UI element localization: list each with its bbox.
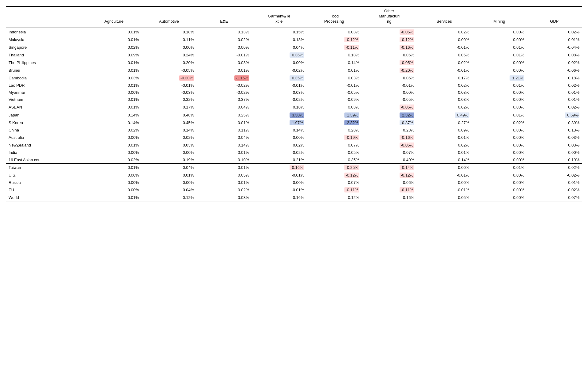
- cell-fp: 0.08%: [307, 28, 362, 36]
- cell-ag: 0.01%: [86, 59, 142, 67]
- table-row: Malaysia0.01%0.11%0.02%0.13%0.12%-0.12%0…: [6, 36, 582, 44]
- country-name: Malaysia: [6, 36, 86, 44]
- header-ee: E&E: [196, 6, 252, 27]
- cell-mining: 0.00%: [472, 194, 527, 201]
- cell-ag: 0.01%: [86, 36, 142, 44]
- cell-auto: 0.00%: [142, 179, 197, 186]
- cell-gdp: -0.01%: [527, 36, 582, 44]
- cell-gt: -0.02%: [252, 149, 307, 156]
- cell-auto: 0.17%: [142, 103, 197, 111]
- cell-gt: 0.16%: [252, 103, 307, 111]
- cell-ag: 0.00%: [86, 149, 142, 156]
- cell-gt: 0.16%: [252, 194, 307, 201]
- cell-gdp: -0.01%: [527, 179, 582, 186]
- cell-svc: 0.49%: [417, 111, 472, 119]
- cell-gt: -0.02%: [252, 96, 307, 103]
- cell-ee: 0.01%: [196, 163, 252, 171]
- table-row: U.S.0.00%0.01%0.05%-0.01%-0.12%-0.12%-0.…: [6, 171, 582, 179]
- cell-fp: -0.19%: [307, 134, 362, 141]
- cell-om: -0.12%: [362, 36, 417, 44]
- data-table: Agriculture Automotive E&E Garment&Texti…: [6, 6, 582, 201]
- cell-gt: -0.01%: [252, 186, 307, 194]
- cell-mining: 0.00%: [472, 156, 527, 163]
- country-name: Myanmar: [6, 89, 86, 96]
- table-row: Australia0.00%0.02%0.04%0.00%-0.19%-0.16…: [6, 134, 582, 141]
- cell-om: 2.32%: [362, 111, 417, 119]
- cell-om: -0.06%: [362, 179, 417, 186]
- cell-om: -0.07%: [362, 149, 417, 156]
- cell-gdp: 0.69%: [527, 111, 582, 119]
- cell-auto: 0.20%: [142, 59, 197, 67]
- country-name: EU: [6, 186, 86, 194]
- cell-ag: 0.01%: [86, 67, 142, 74]
- cell-svc: 0.03%: [417, 96, 472, 103]
- cell-mining: 0.00%: [472, 186, 527, 194]
- cell-auto: -0.30%: [142, 74, 197, 82]
- country-name: Russia: [6, 179, 86, 186]
- cell-auto: -0.05%: [142, 67, 197, 74]
- cell-gdp: 0.02%: [527, 82, 582, 89]
- country-name: Taiwan: [6, 163, 86, 171]
- cell-fp: 1.39%: [307, 111, 362, 119]
- cell-ee: -0.02%: [196, 82, 252, 89]
- header-row: Agriculture Automotive E&E Garment&Texti…: [6, 6, 582, 27]
- cell-mining: 0.00%: [472, 127, 527, 134]
- cell-auto: -0.01%: [142, 82, 197, 89]
- cell-gt: -0.01%: [252, 82, 307, 89]
- cell-om: -0.16%: [362, 134, 417, 141]
- cell-auto: 0.00%: [142, 149, 197, 156]
- cell-gdp: 0.01%: [527, 89, 582, 96]
- table-row: Taiwan0.01%0.04%0.01%-0.16%-0.25%-0.14%0…: [6, 163, 582, 171]
- table-row: Cambodia0.03%-0.30%-1.16%0.35%0.03%0.05%…: [6, 74, 582, 82]
- cell-auto: 0.04%: [142, 186, 197, 194]
- cell-ag: 0.00%: [86, 186, 142, 194]
- cell-ee: 0.00%: [196, 44, 252, 51]
- cell-gt: 3.30%: [252, 111, 307, 119]
- country-name: NewZealand: [6, 141, 86, 149]
- cell-gt: 0.02%: [252, 141, 307, 149]
- header-food: FoodProcessing: [307, 6, 362, 27]
- cell-om: -0.12%: [362, 171, 417, 179]
- cell-om: 0.00%: [362, 89, 417, 96]
- cell-mining: 0.00%: [472, 28, 527, 36]
- cell-auto: 0.00%: [142, 44, 197, 51]
- cell-ee: 0.08%: [196, 194, 252, 201]
- cell-ee: 0.25%: [196, 111, 252, 119]
- cell-gt: 0.00%: [252, 134, 307, 141]
- cell-om: 0.87%: [362, 119, 417, 127]
- cell-mining: 0.00%: [472, 179, 527, 186]
- table-row: Vietnam0.01%0.32%0.37%-0.02%-0.09%-0.05%…: [6, 96, 582, 103]
- cell-ee: 0.02%: [196, 186, 252, 194]
- cell-fp: -0.25%: [307, 163, 362, 171]
- header-services: Services: [417, 6, 472, 27]
- cell-fp: 0.35%: [307, 156, 362, 163]
- cell-fp: 0.12%: [307, 194, 362, 201]
- table-row: India0.00%0.00%-0.01%-0.02%-0.05%-0.07%0…: [6, 149, 582, 156]
- cell-gdp: -0.02%: [527, 163, 582, 171]
- cell-mining: 0.01%: [472, 111, 527, 119]
- cell-mining: 0.01%: [472, 82, 527, 89]
- cell-om: -0.05%: [362, 96, 417, 103]
- country-name: Brunei: [6, 67, 86, 74]
- cell-auto: 0.18%: [142, 28, 197, 36]
- cell-gdp: 0.13%: [527, 127, 582, 134]
- cell-gdp: 0.39%: [527, 119, 582, 127]
- cell-fp: 0.28%: [307, 127, 362, 134]
- cell-fp: 2.32%: [307, 119, 362, 127]
- table-row: ASEAN0.01%0.17%0.04%0.16%0.08%-0.06%0.02…: [6, 103, 582, 111]
- cell-om: 0.40%: [362, 156, 417, 163]
- cell-om: -0.14%: [362, 163, 417, 171]
- cell-ag: 0.00%: [86, 171, 142, 179]
- cell-ee: 0.14%: [196, 141, 252, 149]
- table-row: 16 East Asian cou0.02%0.19%0.10%0.21%0.3…: [6, 156, 582, 163]
- cell-mining: 0.01%: [472, 44, 527, 51]
- cell-gt: 0.04%: [252, 44, 307, 51]
- cell-gt: 0.13%: [252, 36, 307, 44]
- cell-om: -0.05%: [362, 59, 417, 67]
- cell-svc: -0.01%: [417, 44, 472, 51]
- header-garment: Garment&Textile: [252, 6, 307, 27]
- country-name: The Philippines: [6, 59, 86, 67]
- country-name: Thailand: [6, 51, 86, 59]
- cell-ee: 0.37%: [196, 96, 252, 103]
- cell-svc: 0.27%: [417, 119, 472, 127]
